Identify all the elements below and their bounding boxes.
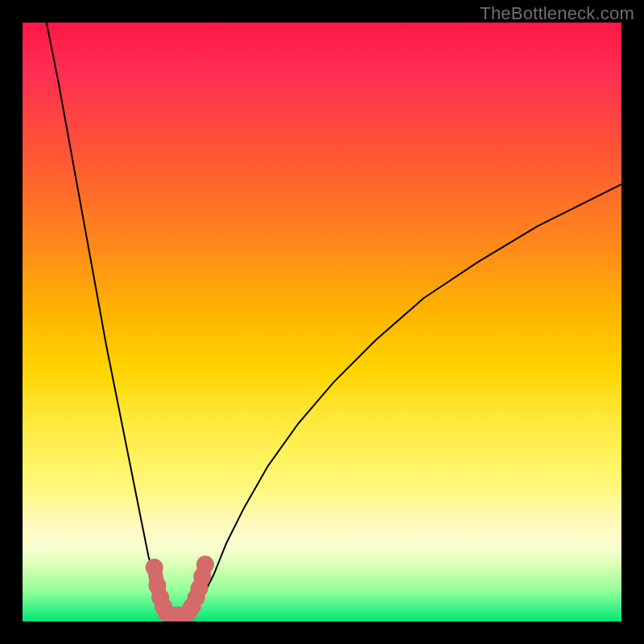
chart-frame: TheBottleneck.com [0,0,644,644]
series-right-branch [196,184,621,609]
svg-point-13 [196,555,214,573]
svg-point-0 [146,559,163,576]
series-left-branch [47,23,163,609]
series-bottleneck-bottom [146,555,214,621]
watermark-text: TheBottleneck.com [480,3,634,24]
series-group [47,23,621,621]
chart-svg [23,23,621,621]
plot-area [23,23,621,621]
